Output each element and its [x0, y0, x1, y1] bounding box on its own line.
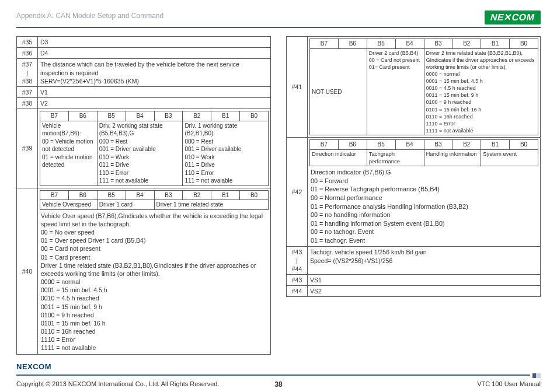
r40-h2: Driver 1 card [97, 200, 154, 210]
row-36: #36D4 [17, 48, 271, 59]
row-40-bits: B7 B6 B5 B4 B3 B2 B1 B0 Vehicle Overspee… [40, 190, 269, 210]
header-divider [16, 27, 541, 28]
r39-c3-body: 000 = Rest 001 = Driver available 010 = … [184, 138, 241, 184]
r39-c1-head: Vehicle motion(B7,B6): [42, 123, 81, 137]
r41-c2-head: Driver 2 card (B5,B4) [369, 50, 419, 56]
header: Appendix A: CAN Module Setup and Command… [16, 10, 541, 24]
footer: NEXCOM Copyright © 2013 NEXCOM Internati… [16, 362, 541, 387]
r39-c2-head: Driv. 2 working stat state (B5,B4,B3),G [99, 123, 163, 137]
r39-c1-body: 00 = Vehicle motion not detected 01 = ve… [42, 138, 93, 169]
r41-c3-body: 0000 = normal 0001 = 15 min bef. 4.5 h 0… [426, 71, 483, 134]
row-42-bits: B7 B6 B5 B4 B3 B2 B1 B0 Direction indica… [309, 139, 538, 166]
nexcom-logo: NE✕COM [485, 10, 541, 24]
r42-body: Direction indicator (B7,B6),G 00 = Forwa… [309, 166, 538, 244]
row-41-bits: B7 B6 B5 B4 B3 B2 B1 B0 NOT USED [309, 38, 538, 135]
r41-c1: NOT USED [310, 48, 367, 135]
page-number: 38 [274, 380, 282, 388]
r42-h4: System event [481, 149, 538, 166]
row-41: #41 B7 B6 B5 B4 B3 B2 B1 B0 [287, 37, 541, 138]
r40-body: Vehicle Over speed (B7,B6),GIndicates wh… [40, 210, 269, 352]
r40-h1: Vehicle Overspeed [40, 200, 98, 210]
copyright-text: Copyright © 2013 NEXCOM International Co… [16, 380, 219, 387]
r42-h1: Direction indicator [310, 149, 367, 166]
r41-c3-head: Driver 2 time related state (B3,B2,B1,B0… [426, 50, 535, 70]
row-40: #40 B7 B6 B5 B4 B3 B2 B1 B0 [17, 188, 271, 354]
content-columns: #35D3 #36D4 #37 | #38The distance which … [16, 36, 541, 362]
row-43-44: #43 | #44Tachogr. vehicle speed 1/256 km… [287, 247, 541, 275]
footer-logo: NEXCOM [16, 362, 541, 371]
r40-h3: Driver 1 time related state [154, 200, 269, 210]
row-43b: #43VS1 [287, 274, 541, 285]
row-37-38: #37 | #38The distance which can be trave… [17, 59, 271, 87]
left-table: #35D3 #36D4 #37 | #38The distance which … [16, 36, 271, 355]
appendix-title: Appendix A: CAN Module Setup and Command [16, 10, 163, 20]
right-column: #41 B7 B6 B5 B4 B3 B2 B1 B0 [286, 36, 541, 362]
footer-deco-icon [532, 371, 541, 379]
manual-name: VTC 100 User Manual [477, 380, 541, 387]
row-39: #39 B7 B6 B5 B4 B3 B2 B1 B0 [17, 109, 271, 188]
row-44b: #44VS2 [287, 286, 541, 297]
row-42: #42 B7 B6 B5 B4 B3 B2 B1 B0 [287, 138, 541, 247]
r42-h2: Tachgraph performance [367, 149, 424, 166]
r39-c3-head: Driv. 1 working state (B2,B1,B0): [184, 123, 237, 137]
row-35: #35D3 [17, 37, 271, 48]
footer-divider [16, 374, 530, 376]
row-39-bits: B7 B6 B5 B4 B3 B2 B1 B0 Vehicle motion(B… [40, 111, 269, 186]
row-38b: #38V2 [17, 98, 271, 109]
r39-c2-body: 000 = Rest 001 = Driver available 010 = … [99, 138, 156, 184]
row-37b: #37V1 [17, 86, 271, 97]
r41-c2-body: 00 = Card not present 01= Card present [369, 57, 420, 70]
left-column: #35D3 #36D4 #37 | #38The distance which … [16, 36, 271, 362]
right-table: #41 B7 B6 B5 B4 B3 B2 B1 B0 [286, 36, 541, 297]
r42-h3: Handling information [424, 149, 481, 166]
